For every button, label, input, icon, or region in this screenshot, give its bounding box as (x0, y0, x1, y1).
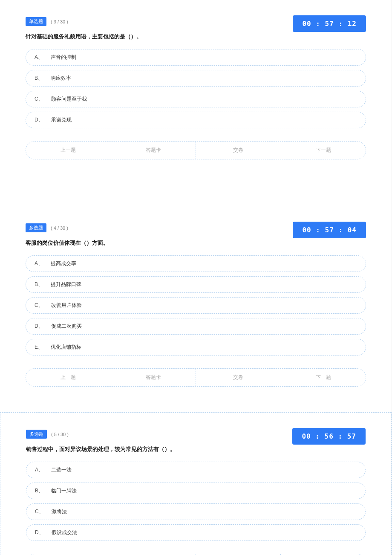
question-type-tag: 多选题 (26, 430, 47, 439)
option-a[interactable]: A、 二选一法 (26, 462, 366, 478)
option-letter: D、 (35, 529, 44, 536)
option-text: 激将法 (52, 508, 67, 515)
next-button[interactable]: 下一题 (281, 369, 366, 386)
option-letter: D、 (35, 116, 43, 124)
answer-card-button[interactable]: 答题卡 (111, 142, 196, 159)
nav-row: 上一题 答题卡 交卷 下一题 (26, 141, 366, 159)
option-letter: A、 (35, 466, 43, 474)
question-prompt: 客服的岗位价值体现在（）方面。 (26, 239, 366, 247)
option-text: 改善用户体验 (51, 302, 82, 309)
question-progress: ( 5 / 30 ) (51, 432, 69, 437)
option-c[interactable]: C、 顾客问题至于我 (26, 91, 366, 107)
timer-display: 00 : 57 : 12 (293, 15, 366, 32)
option-text: 假设成交法 (52, 529, 77, 536)
option-a[interactable]: A、 提高成交率 (26, 255, 366, 272)
option-a[interactable]: A、 声音的控制 (26, 49, 366, 66)
page-wrapper: 00 : 57 : 12 单选题 ( 3 / 30 ) 针对基础的服务礼貌用语，… (0, 0, 392, 555)
option-d[interactable]: D、 促成二次购买 (26, 318, 366, 335)
option-text: 响应效率 (51, 75, 71, 82)
option-text: 促成二次购买 (51, 323, 82, 330)
option-text: 二选一法 (51, 466, 72, 474)
option-b[interactable]: B、 提升品牌口碑 (26, 276, 366, 293)
answer-card-button[interactable]: 答题卡 (111, 369, 196, 386)
option-d[interactable]: D、 承诺兑现 (26, 112, 366, 128)
option-e[interactable]: E、 优化店铺指标 (26, 339, 366, 356)
question-progress: ( 3 / 30 ) (51, 19, 68, 24)
option-text: 提升品牌口碑 (51, 281, 81, 288)
submit-button[interactable]: 交卷 (196, 142, 281, 159)
option-text: 承诺兑现 (51, 116, 72, 124)
option-letter: A、 (35, 54, 43, 61)
option-text: 优化店铺指标 (51, 344, 81, 351)
timer-display: 00 : 56 : 57 (292, 428, 366, 445)
option-letter: C、 (35, 95, 43, 103)
option-c[interactable]: C、 改善用户体验 (26, 297, 366, 314)
options-list: A、 二选一法 B、 临门一脚法 C、 激将法 D、 假设成交法 (26, 462, 366, 541)
prev-button[interactable]: 上一题 (26, 142, 111, 159)
option-letter: B、 (35, 281, 43, 288)
option-letter: C、 (35, 302, 43, 309)
option-text: 声音的控制 (51, 54, 76, 61)
question-block-2: 00 : 57 : 04 多选题 ( 4 / 30 ) 客服的岗位价值体现在（）… (0, 206, 392, 404)
option-c[interactable]: C、 激将法 (26, 503, 366, 520)
option-letter: B、 (35, 487, 43, 494)
option-letter: A、 (35, 260, 43, 267)
next-button[interactable]: 下一题 (281, 142, 366, 159)
option-letter: D、 (35, 323, 43, 330)
options-list: A、 声音的控制 B、 响应效率 C、 顾客问题至于我 D、 承诺兑现 (26, 49, 366, 128)
option-text: 顾客问题至于我 (51, 95, 87, 103)
option-letter: B、 (35, 75, 43, 82)
submit-button[interactable]: 交卷 (196, 369, 281, 386)
question-type-tag: 单选题 (26, 17, 46, 26)
option-letter: C、 (35, 508, 44, 515)
spacer (0, 404, 392, 412)
question-type-tag: 多选题 (26, 223, 46, 232)
option-b[interactable]: B、 响应效率 (26, 70, 366, 87)
option-text: 临门一脚法 (51, 487, 77, 494)
option-text: 提高成交率 (51, 260, 76, 267)
question-progress: ( 4 / 30 ) (51, 225, 68, 231)
options-list: A、 提高成交率 B、 提升品牌口碑 C、 改善用户体验 D、 促成二次购买 E… (26, 255, 366, 356)
nav-row: 上一题 答题卡 交卷 下一题 (26, 368, 366, 387)
question-block-3: 00 : 56 : 57 多选题 ( 5 / 30 ) 销售过程中，面对异议场景… (0, 412, 392, 555)
prev-button[interactable]: 上一题 (26, 369, 111, 386)
option-letter: E、 (35, 344, 43, 351)
option-b[interactable]: B、 临门一脚法 (26, 483, 366, 499)
question-prompt: 针对基础的服务礼貌用语，主要包括的是（）。 (26, 33, 366, 40)
option-d[interactable]: D、 假设成交法 (26, 524, 366, 541)
timer-display: 00 : 57 : 04 (293, 222, 366, 238)
spacer (0, 176, 392, 206)
question-prompt: 销售过程中，面对异议场景的处理，较为常见的方法有（）。 (26, 445, 366, 453)
question-block-1: 00 : 57 : 12 单选题 ( 3 / 30 ) 针对基础的服务礼貌用语，… (0, 0, 392, 176)
